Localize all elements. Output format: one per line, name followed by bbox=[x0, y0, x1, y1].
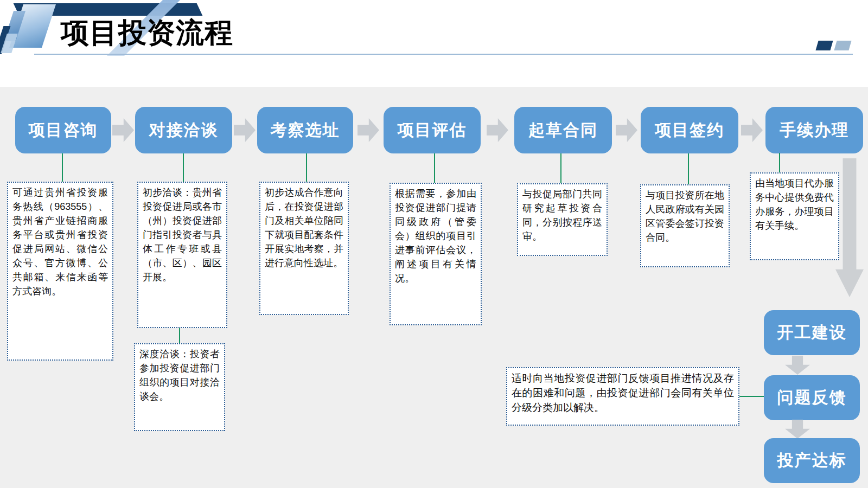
step-box-project-consult: 项目咨询 bbox=[15, 107, 111, 153]
note-draft-contract: 与投促局部门共同研究起草投资合同，分别按程序送审。 bbox=[517, 183, 608, 256]
connector-line bbox=[560, 153, 561, 183]
connector-line bbox=[739, 396, 764, 397]
note-signing: 与项目投资所在地人民政府或有关园区管委会签订投资合同。 bbox=[640, 184, 730, 267]
corner-mark-dark bbox=[815, 41, 833, 50]
page-title: 项目投资流程 bbox=[61, 17, 233, 48]
slide: 项目投资流程 项目咨询 对接洽谈 考察选址 项目评估 起草合同 项目签约 手续办… bbox=[0, 0, 868, 488]
step-box-site-survey: 考察选址 bbox=[257, 107, 353, 153]
corner-mark-light bbox=[834, 41, 851, 50]
connector-line bbox=[779, 153, 780, 172]
connector-line bbox=[688, 153, 689, 184]
note-site-survey: 初步达成合作意向后，在投资促进部门及相关单位陪同下就项目配套条件开展实地考察，并… bbox=[259, 182, 349, 315]
note-deep-talks: 深度洽谈：投资者参加投资促进部门组织的项目对接洽谈会。 bbox=[134, 343, 225, 431]
connector-line bbox=[62, 153, 63, 182]
step-box-evaluation: 项目评估 bbox=[384, 107, 481, 153]
step-box-procedures: 手续办理 bbox=[765, 107, 863, 153]
connector-line bbox=[434, 153, 435, 183]
note-procedures: 由当地项目代办服务中心提供免费代办服务，办理项目有关手续。 bbox=[750, 172, 839, 260]
step-box-signing: 项目签约 bbox=[641, 107, 738, 153]
note-feedback: 适时向当地投资促进部门反馈项目推进情况及存在的困难和问题，由投资促进部门会同有关… bbox=[506, 367, 739, 426]
step-box-reach-target: 投产达标 bbox=[764, 438, 860, 483]
step-box-draft-contract: 起草合同 bbox=[514, 107, 612, 153]
step-box-matchmaking: 对接洽谈 bbox=[135, 107, 232, 153]
note-initial-talks: 初步洽谈：贵州省投资促进局或各市（州）投资促进部门指引投资者与具体工作专班或县（… bbox=[137, 182, 227, 328]
note-project-consult: 可通过贵州省投资服务热线（963555）、贵州省产业链招商服务平台或贵州省投资促… bbox=[7, 182, 113, 361]
note-evaluation: 根据需要，参加由投资促进部门提请同级政府（管委会）组织的项目引进事前评估会议，阐… bbox=[390, 183, 482, 325]
connector-line bbox=[183, 153, 184, 182]
connector-line bbox=[306, 153, 307, 182]
step-box-construction: 开工建设 bbox=[764, 310, 860, 355]
connector-line bbox=[179, 328, 180, 343]
title-underline bbox=[34, 54, 853, 55]
step-box-feedback: 问题反馈 bbox=[764, 375, 860, 420]
